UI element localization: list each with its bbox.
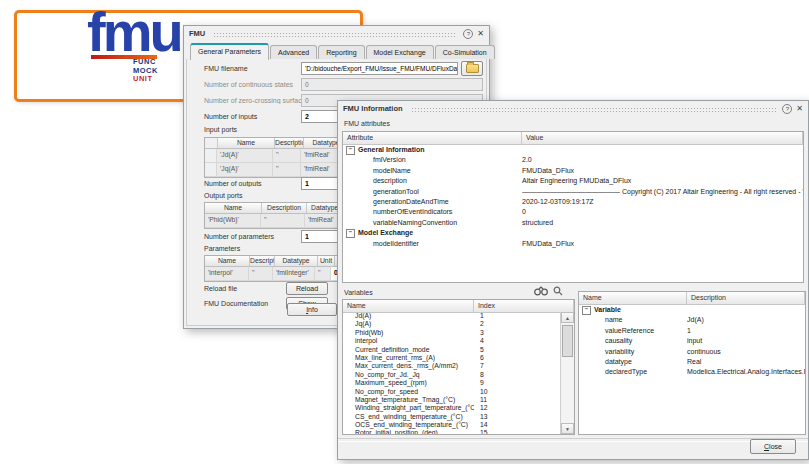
detail-row[interactable]: valueReference 1 (579, 326, 805, 336)
titlebar-drag-dots[interactable] (213, 32, 457, 39)
collapse-icon[interactable] (346, 229, 355, 238)
variable-detail-panel: NameDescription Variable name Jd(A) valu… (578, 291, 806, 435)
continuous-states-label: Number of continuous states (204, 81, 301, 88)
fmu-dialog-title: FMU (189, 29, 205, 38)
collapse-icon[interactable] (582, 306, 591, 315)
attribute-row[interactable]: numberOfEventIndicators 0 (343, 207, 803, 217)
attribute-row[interactable]: modelIdentifier FMUData_DFlux (343, 239, 803, 249)
variable-list-item[interactable]: No_comp_for_Jd._Jq 8 (343, 371, 561, 379)
detail-row[interactable]: declaredType Modelica.Electrical.Analog.… (579, 367, 805, 377)
tab[interactable]: Reporting (318, 45, 364, 59)
browse-button[interactable] (461, 61, 483, 76)
attribute-row[interactable]: variableNamingConvention structured (343, 218, 803, 228)
attribute-row[interactable]: modelName FMUData_DFlux (343, 166, 803, 176)
column-header[interactable]: Value (522, 132, 803, 144)
close-icon[interactable]: ✕ (796, 105, 803, 113)
num-outputs-label: Number of outputs (204, 180, 301, 187)
column-header[interactable]: Datatype (275, 256, 318, 266)
fmu-dialog-titlebar[interactable]: FMU ? ✕ (184, 26, 489, 41)
help-icon[interactable]: ? (463, 29, 473, 39)
variable-list-item[interactable]: Rotor_initial_position_(deg) 15 (343, 429, 561, 434)
variable-list-item[interactable]: Magnet_temperature_Tmag_(°C) 11 (343, 396, 561, 404)
collapse-icon[interactable] (346, 146, 355, 155)
fmu-dialog-tabs: General ParametersAdvancedReportingModel… (186, 41, 487, 60)
close-icon[interactable]: ✕ (477, 30, 484, 38)
continuous-states-field: 0 (301, 78, 483, 91)
row-selector-cell[interactable] (205, 163, 217, 176)
detail-row[interactable]: causality input (579, 336, 805, 346)
column-header[interactable]: Name (343, 300, 474, 312)
row-selector-cell[interactable] (205, 149, 217, 162)
fmu-filename-input[interactable]: 'D:/bidouche/Export_FMU/Issue_FMU/FMU/DF… (301, 62, 458, 75)
info-button[interactable]: Info (287, 303, 337, 316)
variables-label: Variables (344, 289, 373, 296)
variable-list-item[interactable]: Current_definition_mode 5 (343, 346, 561, 354)
variable-list-item[interactable]: Maximum_speed_(rpm) 9 (343, 379, 561, 387)
fmu-logo-subtext: FUNC MOCK UNIT (133, 58, 158, 84)
column-header[interactable]: Name (205, 203, 262, 213)
variable-list-item[interactable]: Jq(A) 2 (343, 320, 561, 328)
help-icon[interactable]: ? (782, 104, 792, 114)
attributes-header: AttributeValue (343, 132, 803, 145)
attribute-row[interactable]: generationDateAndTime 2020-12-03T09:19:1… (343, 197, 803, 207)
fmu-filename-label: FMU filename (204, 65, 301, 72)
fmu-info-title: FMU Information (343, 104, 403, 113)
variables-body: Jd(A) 1 Jq(A) 2 Phid(Wb) 3 interpol (343, 312, 561, 434)
zero-crossing-label: Number of zero-crossing surfaces. (204, 97, 301, 104)
column-header[interactable]: Description (250, 256, 275, 266)
column-header[interactable]: Description (275, 138, 304, 148)
column-header[interactable]: Index (474, 300, 574, 312)
reload-button[interactable]: Reload (286, 282, 328, 295)
scroll-up-icon[interactable]: ▲ (561, 312, 574, 323)
attribute-row[interactable]: General Information (343, 145, 803, 155)
fmu-attributes-panel: AttributeValue General Information fmiVe… (342, 131, 804, 283)
detail-body: Variable name Jd(A) valueReference 1 (579, 305, 805, 378)
tab[interactable]: Model Exchange (366, 45, 434, 59)
search-icon[interactable] (553, 286, 563, 296)
tab[interactable]: Co-Simulation (435, 45, 495, 59)
column-header[interactable]: Description (262, 203, 307, 213)
attribute-row[interactable]: Model Exchange (343, 228, 803, 238)
variable-list-item[interactable]: Winding_straight_part_temperature_(°C) 1… (343, 404, 561, 412)
column-header[interactable]: Description (687, 292, 805, 304)
folder-icon (466, 64, 479, 73)
detail-row[interactable]: variability continuous (579, 347, 805, 357)
titlebar-drag-dots[interactable] (411, 107, 777, 114)
variable-list-item[interactable]: Max_line_current_rms_(A) 6 (343, 354, 561, 362)
variables-scrollbar[interactable]: ▲ ▼ (560, 312, 574, 434)
column-header[interactable]: Name (205, 256, 250, 266)
variable-list-item[interactable]: Phid(Wb) 3 (343, 329, 561, 337)
detail-row[interactable]: Variable (579, 305, 805, 315)
fmu-attributes-label: FMU attributes (344, 120, 390, 127)
output-ports-label: Output ports (204, 192, 243, 199)
column-header[interactable] (205, 138, 218, 148)
variable-list-item[interactable]: OCS_end_winding_temperature_(°C) 14 (343, 421, 561, 429)
variable-list-item[interactable]: CS_end_winding_temperature_(°C) 13 (343, 413, 561, 421)
scroll-down-icon[interactable]: ▼ (561, 423, 574, 434)
variable-list-item[interactable]: No_comp_for_speed 10 (343, 388, 561, 396)
column-header[interactable]: Unit (318, 256, 335, 266)
detail-row[interactable]: name Jd(A) (579, 315, 805, 325)
attribute-row[interactable]: fmiVersion 2.0 (343, 155, 803, 165)
variable-list-item[interactable]: interpol 4 (343, 337, 561, 345)
num-inputs-label: Number of inputs (204, 113, 301, 120)
variable-list-item[interactable]: Max_current_dens._rms_(A/mm2) 7 (343, 362, 561, 370)
detail-row[interactable]: datatype Real (579, 357, 805, 367)
scrollbar-thumb[interactable] (562, 325, 573, 357)
attribute-row[interactable]: generationTool —————————————— Copyright … (343, 187, 803, 197)
tab[interactable]: Advanced (270, 45, 317, 59)
tab[interactable]: General Parameters (190, 43, 269, 60)
attributes-body: General Information fmiVersion 2.0 model… (343, 145, 803, 249)
variable-list-item[interactable]: Jd(A) 1 (343, 312, 561, 320)
fmu-documentation-label: FMU Documentation (204, 300, 286, 307)
variables-toolbar (534, 286, 563, 296)
close-button[interactable]: Close (750, 439, 796, 454)
attribute-row[interactable]: description Altair Engineering FMUData_D… (343, 176, 803, 186)
binoculars-icon[interactable] (534, 286, 548, 296)
parameters-label: Parameters (204, 245, 240, 252)
column-header[interactable]: Name (218, 138, 275, 148)
column-header[interactable]: Attribute (343, 132, 522, 144)
column-header[interactable]: Name (579, 292, 687, 304)
fmu-info-titlebar[interactable]: FMU Information ? ✕ (338, 101, 808, 116)
screenshot-root: fmu FUNC MOCK UNIT FMU ? ✕ General Param… (0, 0, 809, 464)
